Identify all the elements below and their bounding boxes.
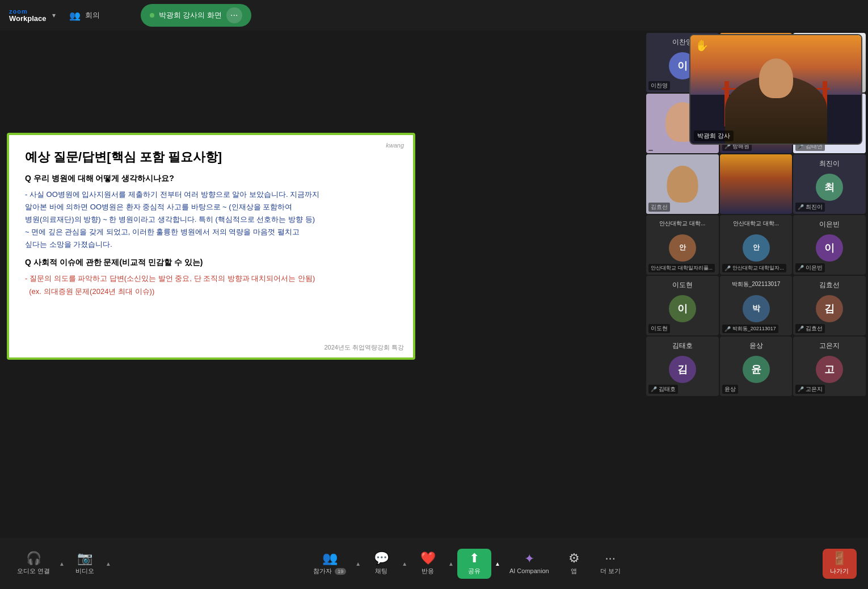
participant-name-top: 박희동_202113017 [720,280,793,288]
participant-idohyun: 이도현 이 이도현 [646,276,719,335]
participant-count-badge: 19 [335,568,346,575]
participant-name-top: 고은지 [793,341,866,351]
apps-button[interactable]: ⚙ 앱 [557,549,591,579]
headphone-icon: 🎧 [26,552,41,565]
participant-yunsang: 윤상 윤 윤상 [720,336,793,396]
mute-icon: 🎤 [798,386,804,392]
presentation-slide: kwang 예상 질문/답변[핵심 포함 필요사항] Q 우리 병원에 대해 어… [7,133,415,360]
participant-name-bottom: 🎤김태호 [648,385,678,394]
participants-label: 참가자 19 [313,567,346,575]
ai-label: AI Companion [509,567,549,574]
top-bar: zoom Workplace ▾ 👥 회의 박광희 강사의 화면 ··· [0,0,868,31]
participant-row-3: 안산대학교 대학... 안 안산대학교 대학일자리플... 안산대학교 대학..… [646,215,866,275]
avatar: 김 [669,356,696,383]
apps-label: 앱 [571,567,577,575]
mute-icon: 🎤 [724,326,731,332]
audio-chevron[interactable]: ▲ [58,559,66,568]
participant-chijini: 최진이 최 🎤최진이 [793,154,866,214]
mute-icon: 🎤 [798,326,804,331]
chat-button[interactable]: 💬 채팅 [364,549,398,579]
logo-area: zoom Workplace ▾ [9,9,58,22]
share-label: 공유 [468,567,481,575]
share-active-dot [150,13,154,18]
participant-name-bottom: 🎤고은지 [795,385,825,394]
person-face [759,58,793,98]
presenter-video-bg: ✋ 박광희 강사 [690,35,861,144]
avatar: 윤 [743,356,770,383]
participant-name-top: 김효선 [793,280,866,290]
mute-icon: 🎤 [724,266,731,271]
avatar: 안 [743,234,770,262]
avatar: 김 [816,295,843,322]
avatar: 박 [743,295,770,322]
participant-parkheedong: 박희동_202113017 박 🎤박희동_202113017 [720,276,793,335]
ai-icon: ✦ [524,553,534,565]
chat-chevron[interactable]: ▲ [401,559,408,568]
screen-share-indicator: 박광희 강사의 화면 ··· [141,4,251,27]
toolbar-right-group: 🚪 나가기 [823,549,857,579]
avatar: 최 [816,174,843,201]
video-chevron[interactable]: ▲ [104,559,112,568]
participant-name-top: 윤상 [720,341,793,351]
face-video [667,166,698,203]
presenter-name-tag: 박광희 강사 [694,131,734,141]
share-button[interactable]: ⬆ 공유 [457,549,491,579]
reactions-button[interactable]: ❤️ 반응 [411,549,445,579]
app-dropdown[interactable]: ▾ [50,10,58,20]
slide-a2: - 질문의 의도를 파악하고 답변(소신있는 발언 중요, 단 조직의 방향과 … [25,272,397,297]
participant-name-top: 이은빈 [793,220,866,229]
participant-row-2: 김효선 최진이 최 🎤최진이 [646,154,866,214]
video-button[interactable]: 📷 비디오 [68,549,102,579]
audio-label: 오디오 연결 [17,567,50,575]
participant-ansandae2: 안산대학교 대학... 안 🎤안산대학교 대학일자... [720,215,793,275]
video-bg [720,154,793,214]
bottom-toolbar: 🎧 오디오 연결 ▲ 📷 비디오 ▲ 👥 참가자 19 ▲ 💬 채팅 ▲ ❤ [0,538,868,589]
chat-label: 채팅 [375,567,387,575]
avatar: 이 [669,295,696,322]
participant-name-bottom: 김효선 [648,203,670,212]
meeting-button[interactable]: 회의 [85,10,100,20]
share-chevron[interactable]: ▲ [494,559,502,568]
participant-kimhyosun: 김효선 [646,154,719,214]
participant-name-top: 이도현 [646,280,719,290]
slide-q1: Q 우리 병원에 대해 어떻게 생각하시나요? [25,174,397,184]
slide-container: kwang 예상 질문/답변[핵심 포함 필요사항] Q 우리 병원에 대해 어… [5,40,639,533]
mute-icon: 🎤 [798,204,804,210]
zoom-logo: zoom Workplace [9,9,47,22]
participant-name-top: 안산대학교 대학... [646,220,719,228]
reactions-chevron[interactable]: ▲ [447,559,455,568]
participant-name-bottom: 🎤박희동_202113017 [722,325,778,333]
slide-watermark: kwang [386,142,404,149]
mute-icon: 🎤 [651,386,657,392]
screen-share-more[interactable]: ··· [226,7,242,23]
leave-label: 나가기 [830,567,849,575]
participant-name-top: 최진이 [793,159,866,169]
participant-name-bottom: 안산대학교 대학일자리플... [648,264,715,272]
toolbar-center-group: 👥 참가자 19 ▲ 💬 채팅 ▲ ❤️ 반응 ▲ ⬆ 공유 ▲ ✦ AI Co [307,549,627,579]
slide-q2: Q 사회적 이슈에 관한 문제(비교적 민감할 수 있는) [25,258,397,268]
person-body [725,75,827,144]
participant-ansandae1: 안산대학교 대학... 안 안산대학교 대학일자리플... [646,215,719,275]
avatar: 안 [669,234,696,262]
participant-name-bottom: 이도현 [648,324,670,333]
more-button[interactable]: ··· 더 보기 [593,549,627,579]
participant-kimtaeho: 김태호 김 🎤김태호 [646,336,719,396]
ai-companion-button[interactable]: ✦ AI Companion [504,549,555,578]
audio-button[interactable]: 🎧 오디오 연결 [11,549,56,579]
toolbar-left-group: 🎧 오디오 연결 ▲ 📷 비디오 ▲ [11,549,112,579]
apps-icon: ⚙ [568,552,580,565]
participant-ieunbin: 이은빈 이 🎤이은빈 [793,215,866,275]
participant-name-bottom: 🎤안산대학교 대학일자... [722,264,786,272]
chat-icon: 💬 [374,552,389,565]
participants-button[interactable]: 👥 참가자 19 [307,549,352,579]
screen-share-label: 박광희 강사의 화면 [159,10,222,20]
reactions-icon: ❤️ [420,552,436,565]
slide-title: 예상 질문/답변[핵심 포함 필요사항] [25,149,397,166]
participants-chevron[interactable]: ▲ [354,559,362,568]
more-label: 더 보기 [600,567,621,575]
avatar: 이 [816,234,843,262]
participant-row-5: 김태호 김 🎤김태호 윤상 윤 윤상 고은지 고 🎤고은지 [646,336,866,396]
leave-button[interactable]: 🚪 나가기 [823,549,857,579]
participant-name-bottom: 이찬영 [648,81,670,90]
video-label: 비디오 [75,567,94,575]
